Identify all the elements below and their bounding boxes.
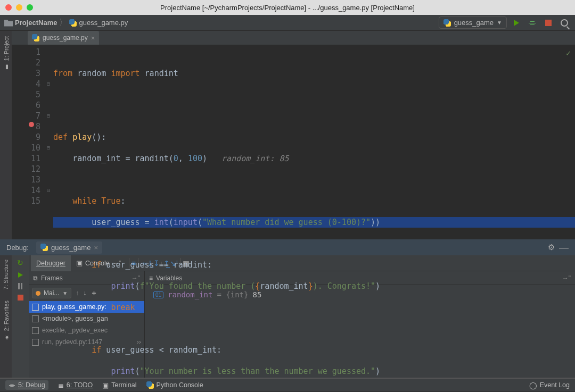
- line-gutter: 1 2 3 4 5 6 7 8 9 10 11 12 13 14 15: [12, 45, 44, 392]
- line-num: 7: [12, 111, 40, 121]
- left-toolwindow-stripe: ▮1: Project: [0, 31, 12, 239]
- line-num: 4: [12, 79, 40, 89]
- tool-structure-tab[interactable]: 7: Structure: [3, 260, 9, 290]
- line-num: 12: [12, 164, 40, 174]
- main-editor-row: ▮1: Project guess_game.py × ✓ 1 2 3 4 5 …: [0, 31, 575, 239]
- debug-toolwindow-header: Debug: guess_game × ⚙ —: [0, 239, 575, 255]
- settings-icon[interactable]: ⚙: [548, 243, 555, 252]
- breadcrumb-file[interactable]: guess_game.py: [69, 19, 128, 27]
- editor-body[interactable]: ✓ 1 2 3 4 5 6 7 8 9 10 11 12 13 14 15 ⊟: [12, 45, 575, 392]
- titlebar: ProjectName [~/PycharmProjects/ProjectNa…: [0, 0, 575, 15]
- python-icon: [69, 19, 77, 27]
- search-button[interactable]: [558, 16, 571, 29]
- stop-button[interactable]: [542, 16, 555, 29]
- debug-button[interactable]: ⌯: [526, 16, 539, 29]
- line-num: 8: [12, 121, 40, 132]
- play-icon: [514, 20, 519, 26]
- nav-right: guess_game ▼ ⌯: [439, 16, 571, 29]
- fold-icon[interactable]: ⊟: [44, 185, 53, 196]
- line-num: 5: [12, 89, 40, 100]
- debug-label: Debug:: [6, 244, 29, 252]
- star-icon: ★: [3, 334, 10, 341]
- fold-icon[interactable]: ⊟: [44, 111, 53, 121]
- close-icon[interactable]: ×: [94, 244, 98, 252]
- run-config-label: guess_game: [454, 19, 494, 27]
- debug-session-label: guess_game: [51, 244, 91, 252]
- python-icon: [443, 19, 451, 27]
- breadcrumb: ProjectName 〉 guess_game.py: [4, 18, 128, 28]
- breadcrumb-project[interactable]: ProjectName: [4, 19, 57, 27]
- bug-icon: ⌯: [528, 18, 537, 28]
- python-icon: [32, 34, 39, 41]
- nav-toolbar: ProjectName 〉 guess_game.py guess_game ▼…: [0, 15, 575, 31]
- line-num: 3: [12, 68, 40, 79]
- breadcrumb-file-label: guess_game.py: [79, 19, 128, 27]
- tool-favorites-tab[interactable]: ★2: Favorites: [3, 301, 10, 341]
- line-num: 13: [12, 174, 40, 185]
- breadcrumb-project-label: ProjectName: [15, 19, 57, 27]
- editor-tabs: guess_game.py ×: [12, 31, 575, 45]
- folder-icon: [4, 19, 13, 27]
- line-num: 15: [12, 196, 40, 206]
- debug-session-tab[interactable]: guess_game ×: [36, 241, 102, 254]
- search-icon: [561, 19, 568, 27]
- fold-icon[interactable]: ⊟: [44, 143, 53, 153]
- folder-icon: ▮: [3, 64, 10, 71]
- line-num: 9: [12, 132, 40, 143]
- editor-tab-file[interactable]: guess_game.py ×: [28, 31, 99, 45]
- line-num: 14: [12, 185, 40, 196]
- code-area[interactable]: from random import randint def play(): r…: [53, 45, 575, 392]
- editor-area: guess_game.py × ✓ 1 2 3 4 5 6 7 8 9 10 1…: [12, 31, 575, 239]
- line-num: 2: [12, 57, 40, 68]
- chevron-down-icon: ▼: [497, 20, 502, 26]
- line-num: 10: [12, 143, 40, 153]
- fold-column: ⊟ ⊟ ⊟ ⊟: [44, 45, 53, 392]
- close-icon[interactable]: ×: [91, 34, 95, 42]
- line-num: 1: [12, 47, 40, 57]
- run-button[interactable]: [510, 16, 523, 29]
- tool-project-tab[interactable]: ▮1: Project: [3, 36, 10, 71]
- left-toolwindow-stripe-2: 7: Structure ★2: Favorites: [0, 255, 12, 378]
- breadcrumb-sep-icon: 〉: [59, 18, 67, 28]
- breakpoint-icon[interactable]: [29, 122, 34, 127]
- fold-icon[interactable]: ⊟: [44, 79, 53, 89]
- minimize-icon[interactable]: —: [559, 246, 569, 249]
- editor-tab-label: guess_game.py: [43, 34, 88, 41]
- run-config-select[interactable]: guess_game ▼: [439, 16, 507, 29]
- window-title: ProjectName [~/PycharmProjects/ProjectNa…: [0, 4, 575, 12]
- stop-icon: [545, 20, 552, 26]
- line-num: 6: [12, 100, 40, 111]
- python-icon: [40, 244, 48, 251]
- line-num: 11: [12, 153, 40, 164]
